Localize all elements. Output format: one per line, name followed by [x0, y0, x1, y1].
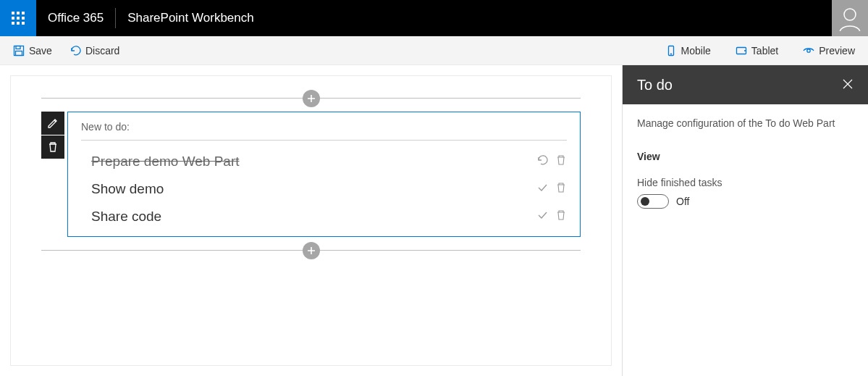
svg-rect-11: [16, 46, 20, 49]
todo-text: Show demo: [91, 181, 536, 197]
pencil-icon: [47, 117, 59, 129]
add-webpart-button-top[interactable]: [303, 90, 320, 107]
todo-actions: [536, 181, 567, 197]
insert-line-bottom: [41, 250, 581, 251]
mark-complete-button[interactable]: [536, 181, 548, 197]
toggle-knob: [641, 197, 649, 206]
discard-label: Discard: [85, 45, 119, 57]
save-label: Save: [29, 45, 52, 57]
todo-actions: [536, 154, 567, 170]
todo-item: Show demo: [91, 175, 567, 203]
delete-todo-button[interactable]: [555, 209, 567, 225]
svg-rect-5: [22, 17, 25, 20]
tablet-label: Tablet: [751, 45, 778, 57]
mark-complete-button[interactable]: [536, 209, 548, 225]
plus-icon: [307, 94, 316, 103]
pane-section-title: View: [637, 151, 854, 162]
property-pane-header: To do: [623, 65, 868, 104]
preview-label: Preview: [819, 45, 855, 57]
command-bar: Save Discard Mobile Tablet Preview: [0, 36, 868, 65]
user-avatar[interactable]: [832, 0, 868, 36]
add-webpart-button-bottom[interactable]: [303, 242, 320, 259]
todo-webpart: New to do: Prepare demo Web PartShow dem…: [67, 112, 581, 237]
person-icon: [837, 5, 863, 31]
property-pane-title: To do: [637, 77, 673, 93]
mobile-icon: [665, 45, 677, 57]
toggle-state-label: Off: [676, 196, 689, 207]
svg-rect-0: [12, 12, 14, 14]
preview-button[interactable]: Preview: [803, 45, 855, 57]
todo-text: Prepare demo Web Part: [91, 154, 536, 170]
delete-webpart-button[interactable]: [41, 135, 64, 159]
app-launcher-button[interactable]: [0, 0, 36, 36]
delete-todo-button[interactable]: [555, 181, 567, 197]
hide-finished-label: Hide finished tasks: [637, 177, 854, 188]
save-icon: [13, 45, 25, 57]
todo-text: Share code: [91, 209, 536, 225]
svg-point-17: [807, 49, 810, 51]
undo-icon: [536, 154, 548, 166]
svg-rect-6: [12, 22, 14, 25]
todo-item: Share code: [91, 203, 567, 230]
mobile-label: Mobile: [681, 45, 711, 57]
check-icon: [536, 209, 548, 221]
svg-point-14: [670, 53, 671, 54]
trash-icon: [555, 209, 567, 221]
svg-rect-4: [17, 17, 20, 20]
svg-rect-8: [22, 22, 25, 25]
new-todo-input[interactable]: New to do:: [81, 121, 567, 141]
property-pane: To do Manage configuration of the To do …: [622, 65, 868, 376]
svg-rect-12: [16, 51, 22, 55]
preview-icon: [803, 45, 814, 57]
edit-webpart-button[interactable]: [41, 112, 64, 135]
todo-list: Prepare demo Web PartShow demoShare code: [81, 141, 567, 230]
trash-icon: [47, 141, 59, 153]
save-button[interactable]: Save: [13, 45, 52, 57]
discard-button[interactable]: Discard: [69, 45, 119, 57]
hide-finished-toggle[interactable]: [637, 194, 669, 209]
svg-rect-3: [12, 17, 14, 20]
todo-item: Prepare demo Web Part: [91, 148, 567, 175]
webpart-toolbar: [41, 112, 64, 159]
mobile-view-button[interactable]: Mobile: [665, 45, 711, 57]
app-title: SharePoint Workbench: [116, 11, 266, 25]
close-icon: [842, 78, 854, 90]
pane-description: Manage configuration of the To do Web Pa…: [637, 117, 854, 129]
svg-rect-1: [17, 12, 20, 14]
svg-rect-2: [22, 12, 25, 14]
close-pane-button[interactable]: [842, 77, 854, 93]
todo-actions: [536, 209, 567, 225]
check-icon: [536, 182, 548, 193]
suite-header: Office 365 SharePoint Workbench: [0, 0, 868, 36]
svg-point-9: [844, 9, 856, 20]
trash-icon: [555, 154, 567, 166]
svg-rect-7: [17, 22, 20, 25]
tablet-icon: [736, 45, 747, 57]
undo-complete-button[interactable]: [536, 154, 548, 170]
waffle-icon: [12, 12, 25, 25]
brand-label[interactable]: Office 365: [36, 8, 116, 28]
canvas-area: New to do: Prepare demo Web PartShow dem…: [10, 75, 612, 366]
delete-todo-button[interactable]: [555, 154, 567, 170]
tablet-view-button[interactable]: Tablet: [736, 45, 778, 57]
svg-point-16: [744, 50, 745, 51]
insert-line-top: [41, 98, 581, 99]
trash-icon: [555, 182, 567, 193]
plus-icon: [307, 246, 316, 255]
undo-icon: [69, 45, 81, 57]
